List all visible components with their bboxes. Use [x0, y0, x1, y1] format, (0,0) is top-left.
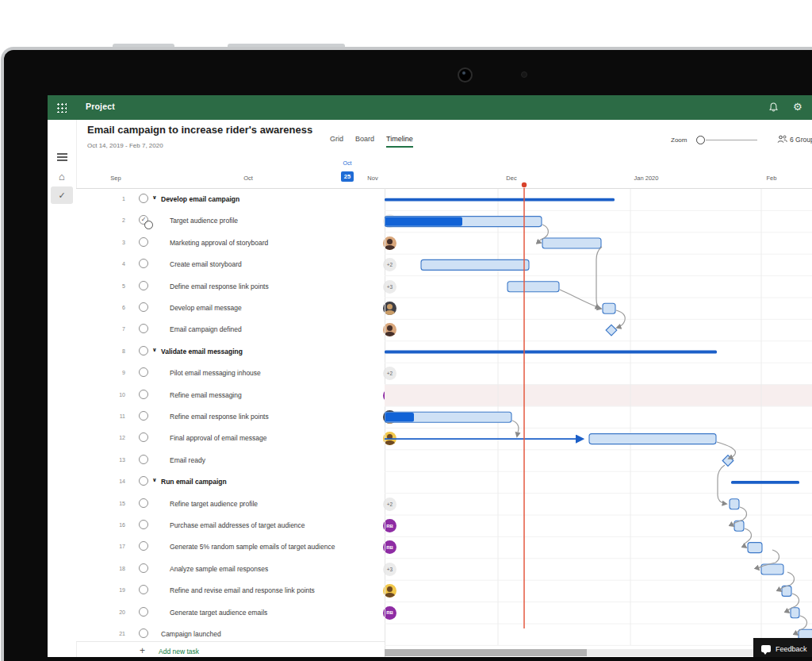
task-row[interactable]: 9Pilot email messaging inhouse+2: [76, 363, 385, 384]
task-number: 5: [113, 283, 125, 289]
gantt-milestone-diamond[interactable]: [606, 325, 617, 336]
collapse-chevron-icon[interactable]: ∨: [152, 477, 157, 483]
task-number: 3: [113, 240, 125, 245]
horizontal-scrollbar[interactable]: [385, 649, 812, 656]
task-complete-circle[interactable]: [139, 302, 148, 312]
task-row[interactable]: 14∨Run email campaign: [76, 471, 385, 493]
task-complete-circle[interactable]: [139, 585, 148, 594]
app-launcher-icon[interactable]: [56, 102, 67, 113]
task-complete-circle[interactable]: [139, 324, 148, 333]
task-row[interactable]: 7Email campaign defined: [76, 319, 385, 340]
task-number: 18: [113, 566, 125, 571]
add-task-label: Add new task: [159, 648, 199, 655]
task-complete-circle[interactable]: [139, 367, 148, 377]
task-complete-circle[interactable]: [139, 563, 148, 573]
scrollbar-thumb[interactable]: [385, 649, 587, 656]
people-group-icon: [777, 135, 787, 144]
task-complete-circle[interactable]: [139, 281, 148, 290]
task-complete-circle[interactable]: [139, 455, 148, 464]
task-number: 10: [113, 392, 125, 398]
task-complete-circle[interactable]: [139, 194, 148, 203]
task-row[interactable]: 13Email ready: [76, 450, 385, 471]
task-complete-circle[interactable]: [139, 237, 148, 247]
gantt-chart: [385, 181, 812, 657]
task-name: Target audience profile: [170, 217, 238, 225]
tab-grid[interactable]: Grid: [330, 135, 343, 148]
task-name: Define email response link points: [170, 282, 269, 290]
task-complete-circle[interactable]: [139, 628, 148, 638]
task-complete-circle[interactable]: [139, 432, 148, 442]
task-row[interactable]: 1∨Develop email campaign: [76, 189, 385, 210]
task-row[interactable]: 6Develop email message: [76, 298, 385, 319]
gantt-task-bar[interactable]: [730, 499, 739, 509]
task-row[interactable]: 12Final approval of email message: [76, 428, 385, 449]
task-name: Final approval of email message: [170, 434, 266, 442]
gantt-task-bar[interactable]: [421, 259, 529, 270]
task-row[interactable]: 3Marketing approval of storyboard: [76, 233, 385, 254]
collapse-chevron-icon[interactable]: ∨: [152, 194, 157, 201]
task-row[interactable]: 2✓Target audience profile+2: [76, 210, 385, 232]
menu-hamburger-icon[interactable]: [51, 148, 73, 166]
task-row[interactable]: 17Generate 5% random sample emails of ta…: [76, 536, 385, 558]
task-number: 2: [113, 217, 125, 223]
gantt-progress-fill: [385, 217, 462, 225]
task-number: 19: [113, 587, 125, 593]
gantt-task-bar[interactable]: [748, 543, 762, 553]
gantt-summary-bar[interactable]: [731, 481, 799, 484]
task-complete-circle[interactable]: [139, 541, 148, 551]
marker-month: Oct: [341, 160, 354, 166]
task-number: 15: [113, 501, 125, 506]
collapse-chevron-icon[interactable]: ∨: [152, 347, 157, 353]
zoom-slider-track[interactable]: [706, 140, 757, 140]
task-name: Purchase email addresses of target audie…: [170, 521, 305, 529]
task-row[interactable]: 20Generate target audience emailsRB: [76, 602, 385, 624]
timeline-date-marker[interactable]: Oct 25: [341, 160, 354, 182]
today-marker-dot: [522, 183, 527, 187]
group-control[interactable]: 6 Group: [777, 135, 812, 144]
task-row[interactable]: 18Analyze sample email responses+3: [76, 559, 385, 580]
zoom-slider-handle[interactable]: [696, 136, 705, 144]
gantt-summary-bar[interactable]: [385, 351, 717, 354]
gantt-task-bar[interactable]: [603, 303, 615, 313]
task-complete-circle[interactable]: [139, 476, 148, 486]
gantt-task-bar[interactable]: [589, 434, 716, 444]
tab-timeline[interactable]: Timeline: [386, 135, 413, 148]
task-row[interactable]: 4Create email storyboard+2: [76, 254, 385, 275]
task-name: Generate target audience emails: [170, 609, 267, 617]
page-title: Email campaign to increase rider's aware…: [87, 124, 312, 136]
task-complete-circle[interactable]: [139, 607, 148, 617]
task-complete-circle[interactable]: [139, 520, 148, 529]
task-complete-circle[interactable]: [139, 259, 148, 268]
notifications-bell-icon[interactable]: [768, 102, 779, 113]
add-new-task-row[interactable]: + Add new task: [76, 641, 385, 657]
task-complete-circle[interactable]: [139, 498, 148, 508]
tab-board[interactable]: Board: [355, 135, 374, 148]
gantt-task-bar[interactable]: [791, 608, 799, 618]
gantt-task-bar[interactable]: [542, 238, 601, 248]
task-number: 8: [113, 348, 125, 354]
task-name: Marketing approval of storyboard: [170, 239, 268, 247]
settings-gear-icon[interactable]: ⚙: [793, 100, 802, 114]
task-row[interactable]: 11Refine email response link points: [76, 406, 385, 428]
feedback-button[interactable]: Feedback: [753, 638, 812, 657]
home-icon[interactable]: ⌂: [51, 167, 73, 185]
task-number: 12: [113, 435, 125, 440]
task-complete-circle[interactable]: [139, 390, 148, 399]
plus-icon: +: [140, 645, 145, 656]
gantt-summary-bar[interactable]: [385, 198, 615, 202]
gantt-task-bar[interactable]: [508, 282, 559, 292]
task-complete-circle[interactable]: [139, 346, 148, 355]
task-row[interactable]: 15Refine target audience profile+2: [76, 494, 385, 515]
dependency-connector: [718, 465, 726, 504]
task-complete-circle[interactable]: [139, 411, 148, 421]
dependency-connector: [512, 421, 519, 436]
task-row[interactable]: 8∨Validate email messaging: [76, 341, 385, 363]
group-label: 6 Group: [790, 136, 812, 144]
zoom-label: Zoom: [671, 136, 687, 144]
click-cursor-indicator: [144, 221, 153, 229]
task-row[interactable]: 5Define email response link points+3: [76, 276, 385, 298]
task-row[interactable]: 16Purchase email addresses of target aud…: [76, 515, 385, 536]
tasks-check-icon[interactable]: ✓: [51, 186, 73, 204]
task-row[interactable]: 19Refine and revise email and response l…: [76, 580, 385, 601]
task-row[interactable]: 10Refine email messagingRB: [76, 385, 385, 406]
